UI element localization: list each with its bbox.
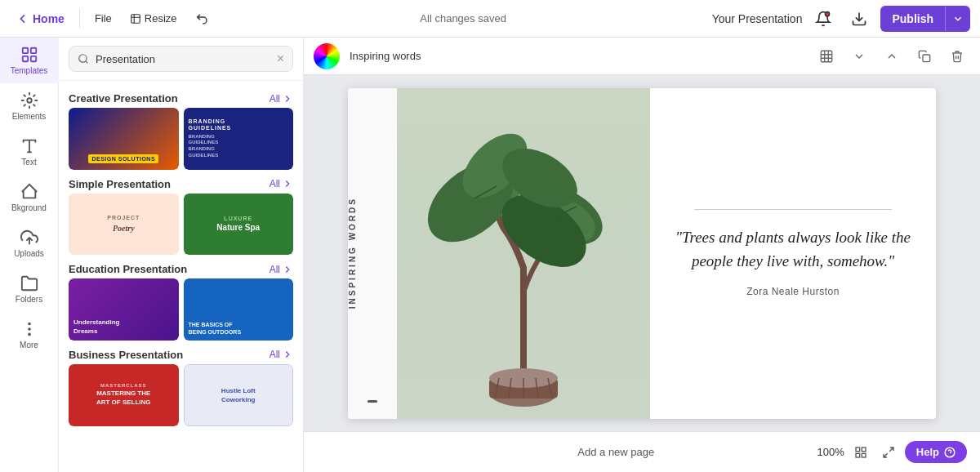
slide-decorative-line bbox=[694, 209, 892, 210]
section-all-education[interactable]: All bbox=[270, 264, 293, 275]
svg-point-13 bbox=[29, 334, 30, 336]
slide-left-strip: Inspiring Words bbox=[348, 88, 397, 419]
template-card[interactable]: BRANDINGGUIDELINES BRANDINGGUIDELINESBRA… bbox=[184, 108, 294, 170]
vertical-text-container: Inspiring Words bbox=[348, 88, 357, 419]
svg-point-1 bbox=[826, 11, 830, 16]
search-input[interactable] bbox=[96, 53, 270, 65]
color-swatch[interactable] bbox=[314, 43, 340, 69]
slide-canvas: Inspiring Words bbox=[348, 88, 936, 419]
section-header-business: Business Presentation All bbox=[59, 344, 303, 364]
sidebar-item-background[interactable]: Bkground bbox=[0, 175, 59, 220]
svg-point-12 bbox=[29, 328, 30, 330]
slide-left-bar bbox=[368, 400, 377, 403]
main-content: Templates Elements Text Bkground bbox=[0, 38, 980, 472]
frame-button[interactable] bbox=[813, 43, 840, 69]
svg-point-11 bbox=[29, 323, 30, 325]
template-card[interactable]: UnderstandingDreams bbox=[69, 278, 179, 341]
svg-rect-0 bbox=[131, 14, 140, 23]
topbar-divider bbox=[79, 9, 80, 29]
slide-middle-image bbox=[397, 88, 650, 419]
template-card[interactable]: PROJECT Poetry bbox=[69, 194, 179, 256]
template-section-simple: Simple Presentation All PROJECT Poetry bbox=[59, 173, 303, 256]
top-bar: Home File Resize All changes saved Your … bbox=[0, 0, 980, 38]
vertical-text: Inspiring Words bbox=[348, 197, 357, 309]
svg-rect-37 bbox=[862, 448, 866, 452]
plant-illustration bbox=[397, 88, 650, 419]
icon-sidebar: Templates Elements Text Bkground bbox=[0, 38, 59, 472]
svg-line-15 bbox=[86, 61, 88, 64]
section-all-business[interactable]: All bbox=[270, 349, 293, 360]
copy-button[interactable] bbox=[911, 43, 938, 69]
slide-quote: "Trees and plants always look like the p… bbox=[670, 226, 916, 273]
svg-point-7 bbox=[27, 98, 32, 103]
sidebar-item-more[interactable]: More bbox=[0, 312, 59, 358]
home-button[interactable]: Home bbox=[10, 9, 71, 29]
section-header-education: Education Presentation All bbox=[59, 258, 303, 278]
section-title-simple: Simple Presentation bbox=[69, 178, 171, 190]
bottom-bar: Add a new page 100% Help bbox=[304, 431, 980, 472]
svg-rect-17 bbox=[923, 55, 930, 62]
expand-button[interactable] bbox=[877, 441, 900, 464]
sidebar-item-templates[interactable]: Templates bbox=[0, 38, 59, 83]
template-card[interactable]: MASTERCLASS MASTERING THEART OF SELLING bbox=[69, 364, 179, 426]
slide-label: Inspiring words bbox=[350, 50, 807, 62]
search-clear-button[interactable]: × bbox=[277, 51, 284, 66]
section-all-creative[interactable]: All bbox=[270, 93, 293, 105]
template-section-creative: Creative Presentation All Design Solutio… bbox=[59, 87, 303, 170]
sidebar-item-text[interactable]: Text bbox=[0, 129, 59, 175]
publish-button[interactable]: Publish bbox=[880, 6, 970, 32]
download-button[interactable] bbox=[844, 4, 874, 33]
svg-rect-6 bbox=[30, 56, 35, 61]
grid-view-button[interactable] bbox=[849, 441, 872, 464]
help-button[interactable]: Help bbox=[905, 441, 967, 463]
canvas-toolbar: Inspiring words bbox=[304, 38, 980, 75]
publish-label: Publish bbox=[880, 6, 945, 32]
templates-scroll: Creative Presentation All Design Solutio… bbox=[59, 81, 303, 472]
slide-author: Zora Neale Hurston bbox=[746, 286, 840, 297]
template-card[interactable]: THE BASICS OFBEING OUTDOORS bbox=[184, 278, 294, 341]
zoom-level: 100% bbox=[817, 446, 844, 458]
svg-rect-39 bbox=[862, 453, 866, 457]
canvas-area: Inspiring words bbox=[304, 38, 980, 472]
topbar-left: Home File Resize bbox=[10, 9, 215, 29]
delete-button[interactable] bbox=[944, 43, 970, 69]
svg-rect-38 bbox=[856, 453, 860, 457]
sidebar-item-folders[interactable]: Folders bbox=[0, 266, 59, 312]
search-bar: × bbox=[59, 38, 303, 81]
chevron-up-button[interactable] bbox=[879, 43, 905, 69]
topbar-right: Publish bbox=[808, 4, 970, 33]
template-card[interactable]: Luxure Nature Spa bbox=[184, 194, 294, 256]
presentation-title: Your Presentation bbox=[712, 12, 803, 25]
resize-button[interactable]: Resize bbox=[123, 9, 184, 28]
home-label: Home bbox=[33, 12, 65, 25]
section-title-creative: Creative Presentation bbox=[69, 92, 178, 105]
undo-button[interactable] bbox=[189, 9, 215, 29]
file-button[interactable]: File bbox=[88, 9, 118, 28]
template-grid-education: UnderstandingDreams THE BASICS OFBEING O… bbox=[59, 278, 303, 341]
svg-rect-5 bbox=[22, 56, 27, 61]
section-header-creative: Creative Presentation All bbox=[59, 87, 303, 108]
add-page-button[interactable]: Add a new page bbox=[415, 446, 817, 458]
save-status: All changes saved bbox=[221, 12, 706, 24]
section-all-simple[interactable]: All bbox=[270, 178, 293, 189]
search-input-wrap: × bbox=[69, 46, 293, 72]
template-card[interactable]: Hustle LoftCoworking bbox=[184, 364, 294, 426]
section-header-simple: Simple Presentation All bbox=[59, 173, 303, 194]
slide-right-text: "Trees and plants always look like the p… bbox=[650, 88, 936, 419]
sidebar-item-uploads[interactable]: Uploads bbox=[0, 220, 59, 266]
search-icon bbox=[78, 53, 89, 65]
publish-chevron-icon[interactable] bbox=[945, 7, 970, 31]
zoom-controls: 100% Help bbox=[817, 441, 967, 464]
template-section-education: Education Presentation All Understanding… bbox=[59, 258, 303, 341]
section-title-education: Education Presentation bbox=[69, 263, 187, 275]
section-title-business: Business Presentation bbox=[69, 349, 183, 361]
template-card[interactable]: Design Solutions bbox=[69, 108, 179, 170]
template-grid-simple: PROJECT Poetry Luxure Nature Spa bbox=[59, 194, 303, 256]
template-grid-business: MASTERCLASS MASTERING THEART OF SELLING … bbox=[59, 364, 303, 426]
svg-rect-16 bbox=[821, 51, 832, 62]
svg-point-14 bbox=[79, 55, 87, 62]
sidebar-item-elements[interactable]: Elements bbox=[0, 83, 59, 129]
chevron-down-button[interactable] bbox=[846, 43, 872, 69]
notifications-button[interactable] bbox=[808, 4, 838, 33]
svg-rect-3 bbox=[22, 48, 27, 53]
